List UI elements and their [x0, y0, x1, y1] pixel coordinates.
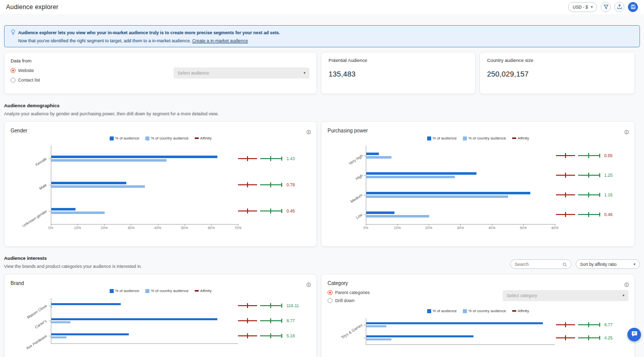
bar-country — [51, 336, 66, 338]
x-tick — [460, 224, 461, 226]
y-tick — [49, 185, 51, 185]
currency-select[interactable]: USD - $ ▾ — [568, 2, 597, 12]
search-icon — [562, 260, 567, 269]
chart-title: Purchasing power — [328, 128, 628, 133]
affinity-value: 1.16 — [604, 192, 613, 197]
radio-drill-down[interactable]: Drill down — [328, 298, 370, 303]
y-tick — [364, 175, 366, 176]
bar-audience — [366, 322, 543, 324]
stat-value: 135,483 — [329, 70, 468, 78]
affinity-value: 4.25 — [604, 335, 613, 340]
info-icon[interactable] — [306, 280, 311, 289]
bar-country — [366, 195, 508, 198]
x-tick — [523, 224, 524, 226]
category-label: Maison Close — [26, 304, 48, 320]
chart-title: Gender — [11, 128, 310, 133]
category-label: High — [355, 173, 364, 181]
legend-swatch-audience — [110, 289, 114, 293]
category-label: Female — [35, 157, 48, 167]
y-tick — [364, 338, 366, 338]
chart-title: Brand — [11, 280, 310, 286]
radio-parent-categories[interactable]: Parent categories — [328, 290, 370, 295]
x-tick — [211, 224, 212, 226]
affinity-indicator: 116.11 — [237, 303, 310, 309]
category-label: Toys & Games — [341, 323, 364, 340]
y-tick — [49, 321, 51, 321]
affinity-indicator: 8.77 — [555, 322, 628, 328]
affinity-indicator: 1.16 — [555, 192, 628, 198]
export-button[interactable] — [614, 2, 624, 12]
x-tick-label: 20% — [422, 226, 435, 230]
brand-chart: % of audience% of country audienceAffini… — [11, 289, 310, 352]
chart-title: Category — [328, 280, 628, 286]
chevron-down-icon: ▾ — [622, 294, 624, 298]
bar-audience — [51, 156, 217, 158]
chart-legend: % of audience% of country audienceAffini… — [328, 136, 628, 140]
bar-country — [51, 321, 70, 323]
section-title: Audience demographics — [4, 103, 218, 108]
purchasing-power-card: Purchasing power % of audience% of count… — [321, 121, 635, 247]
bar-country — [366, 156, 391, 159]
save-button[interactable] — [628, 2, 638, 12]
category-label: Carter's — [34, 319, 48, 330]
affinity-value: 8.77 — [604, 322, 613, 327]
info-banner: Audience explorer lets you view who your… — [4, 25, 640, 47]
create-audience-link[interactable]: Create a in-market audience — [192, 38, 248, 43]
x-tick-label: 0% — [359, 226, 372, 230]
data-from-label: Data from — [11, 58, 40, 63]
category-label: Ace Hardware — [25, 334, 48, 350]
section-title: Audience interests — [4, 255, 142, 261]
bar-audience — [366, 153, 379, 155]
search-input[interactable] — [515, 262, 560, 267]
filter-icon — [603, 4, 609, 11]
affinity-value: 1.25 — [604, 173, 613, 178]
info-icon[interactable] — [624, 280, 629, 289]
affinity-value: 0.55 — [604, 153, 613, 158]
info-icon[interactable] — [624, 127, 629, 136]
radio-contact-list[interactable]: Contact list — [11, 78, 40, 83]
bar-country — [366, 176, 455, 178]
affinity-indicator: 1.25 — [555, 172, 628, 178]
affinity-column: 8.774.25 — [555, 318, 628, 353]
x-axis — [366, 344, 555, 345]
x-tick — [158, 224, 158, 226]
data-from-card: Data from Website Contact list Select au… — [4, 52, 317, 94]
search-box[interactable] — [510, 259, 572, 269]
bar-audience — [51, 182, 126, 184]
chat-button[interactable] — [627, 328, 641, 341]
sort-select[interactable]: Sort by affinity ratio ▾ — [576, 259, 640, 269]
stat-label: Country audience size — [487, 58, 627, 63]
info-icon[interactable] — [306, 127, 311, 136]
bar-audience — [51, 303, 121, 305]
select-category-dropdown[interactable]: Select category ▾ — [503, 290, 628, 301]
demographics-section-head: Audience demographics Analyze your audie… — [4, 103, 640, 116]
x-tick-label: 50% — [178, 226, 191, 230]
bar-country — [366, 338, 391, 340]
banner-subtext: Now that you've identified the right seg… — [11, 38, 633, 43]
affinity-indicator: 4.25 — [555, 335, 628, 341]
bar-country — [51, 211, 105, 214]
save-icon — [630, 4, 636, 11]
y-tick — [49, 306, 51, 306]
radio-website[interactable]: Website — [11, 68, 40, 73]
bar-audience — [366, 335, 473, 337]
y-tick — [364, 195, 366, 195]
select-audience-dropdown[interactable]: Select audience ▾ — [174, 67, 309, 79]
chevron-down-icon: ▾ — [303, 71, 305, 75]
filter-button[interactable] — [601, 2, 611, 12]
x-tick-label: 50% — [517, 226, 530, 230]
category-label: Low — [355, 212, 363, 220]
affinity-value: 0.46 — [604, 212, 613, 217]
bar-audience — [366, 172, 476, 175]
x-tick — [131, 224, 131, 226]
data-from-options: Data from Website Contact list — [11, 58, 40, 88]
header-actions: USD - $ ▾ — [568, 2, 638, 12]
legend-swatch-country — [145, 289, 149, 293]
radio-icon — [328, 298, 333, 303]
chart-legend: % of audience% of country audienceAffini… — [11, 289, 310, 293]
interests-section-head: Audience interests View the brands and p… — [4, 255, 640, 269]
bar-country — [51, 159, 167, 162]
x-tick — [104, 224, 105, 226]
y-tick — [49, 336, 51, 336]
x-axis — [51, 224, 238, 225]
